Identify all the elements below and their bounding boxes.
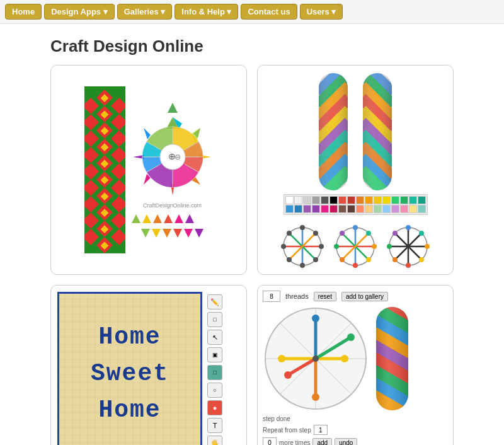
repeat-row: Repeat from step bbox=[263, 425, 357, 435]
card-rope-designer[interactable] bbox=[257, 65, 454, 275]
svg-point-109 bbox=[340, 231, 345, 236]
svg-rect-198 bbox=[376, 307, 408, 410]
oval-tool[interactable]: ○ bbox=[207, 383, 222, 398]
reset-button[interactable]: reset bbox=[314, 292, 336, 301]
cross-stitch-area: Home Sweet Home bbox=[57, 292, 202, 445]
svg-point-110 bbox=[366, 257, 371, 262]
svg-point-97 bbox=[313, 257, 318, 262]
card-cross-stitch[interactable]: Home Sweet Home ✏️ □ ↖ ▣ □ ○ ● T 🖐 bbox=[50, 285, 247, 445]
svg-point-125 bbox=[392, 257, 398, 262]
svg-point-121 bbox=[425, 244, 430, 249]
kumihimo-controls-top: threads reset add to gallery bbox=[263, 291, 388, 302]
circle-diagrams bbox=[281, 225, 430, 268]
fill-tool[interactable]: ▣ bbox=[207, 347, 222, 362]
rope-strand-2-svg bbox=[362, 72, 393, 192]
nav-galleries[interactable]: Galleries ▾ bbox=[117, 4, 173, 20]
nav-home[interactable]: Home bbox=[5, 4, 42, 20]
svg-point-96 bbox=[287, 231, 292, 236]
svg-point-186 bbox=[312, 355, 319, 362]
card-kumihimo[interactable]: threads reset add to gallery bbox=[257, 285, 454, 445]
kumihimo-bottom-controls: step done Repeat from step more times ad… bbox=[263, 415, 357, 445]
svg-point-99 bbox=[287, 257, 292, 262]
bracelet-preview: ⊕ ⊖ CraftDesignOnline.com bbox=[84, 86, 214, 253]
rope-color-palette[interactable] bbox=[284, 194, 428, 215]
svg-point-98 bbox=[313, 231, 318, 236]
svg-point-123 bbox=[419, 257, 424, 262]
svg-point-95 bbox=[319, 244, 324, 249]
kumihimo-disk-svg bbox=[263, 306, 369, 412]
cross-stitch-svg: Home Sweet Home bbox=[57, 292, 202, 445]
arrow-up-icon bbox=[168, 103, 178, 113]
repeat-from-step-input[interactable] bbox=[314, 425, 328, 435]
bottom-arrows bbox=[141, 229, 203, 238]
color-picker[interactable]: ● bbox=[207, 400, 222, 415]
svg-point-181 bbox=[278, 355, 285, 362]
color-wheel-svg: ⊕ ⊖ bbox=[132, 116, 214, 198]
circle-diagram-1 bbox=[281, 225, 324, 268]
step-done-label: step done bbox=[263, 415, 357, 422]
svg-point-180 bbox=[312, 315, 319, 322]
move-tool[interactable]: ↖ bbox=[207, 330, 222, 345]
svg-point-120 bbox=[387, 244, 392, 249]
more-times-label: more times bbox=[279, 439, 310, 446]
svg-text:Home: Home bbox=[98, 396, 161, 424]
svg-text:⊖: ⊖ bbox=[175, 153, 181, 161]
tools-sidebar: ✏️ □ ↖ ▣ □ ○ ● T 🖐 bbox=[207, 292, 222, 445]
kumihimo-rope-svg bbox=[375, 306, 410, 412]
svg-point-107 bbox=[334, 244, 339, 249]
more-times-input[interactable] bbox=[263, 437, 277, 445]
nav-users[interactable]: Users ▾ bbox=[300, 4, 343, 20]
rope-preview bbox=[318, 72, 393, 185]
svg-point-185 bbox=[312, 393, 319, 401]
svg-point-118 bbox=[406, 225, 411, 230]
svg-point-124 bbox=[419, 231, 424, 236]
svg-point-105 bbox=[353, 225, 358, 230]
hand-tool[interactable]: 🖐 bbox=[207, 436, 222, 445]
svg-text:Sweet: Sweet bbox=[91, 360, 169, 387]
svg-point-119 bbox=[406, 263, 411, 268]
undo-button[interactable]: undo bbox=[335, 438, 357, 446]
svg-point-108 bbox=[372, 244, 377, 249]
nav-design-apps[interactable]: Design Apps ▾ bbox=[44, 4, 115, 20]
svg-point-112 bbox=[340, 257, 345, 262]
more-times-row: more times add undo bbox=[263, 437, 357, 445]
svg-text:Home: Home bbox=[98, 323, 161, 350]
color-wheel-container: ⊕ ⊖ CraftDesignOnline.com bbox=[132, 103, 214, 238]
svg-point-184 bbox=[347, 333, 355, 341]
site-label: CraftDesignOnline.com bbox=[143, 202, 202, 209]
circle-diagram-3 bbox=[387, 225, 430, 268]
svg-point-92 bbox=[300, 225, 305, 230]
bracelet-strip-container bbox=[84, 86, 125, 253]
repeat-label: Repeat from step bbox=[263, 427, 311, 434]
threads-input[interactable] bbox=[263, 291, 280, 302]
circle-diagram-2 bbox=[334, 225, 377, 268]
arrow-row bbox=[132, 214, 194, 223]
add-to-gallery-button[interactable]: add to gallery bbox=[341, 292, 388, 301]
kumihimo-main-area bbox=[263, 306, 410, 412]
nav-info-help[interactable]: Info & Help ▾ bbox=[175, 4, 238, 20]
rope-strand-1-svg bbox=[318, 72, 349, 192]
rope-palette-section bbox=[284, 194, 428, 215]
card-friendship-bracelet[interactable]: ⊕ ⊖ CraftDesignOnline.com bbox=[50, 65, 247, 275]
rect-tool[interactable]: □ bbox=[207, 365, 222, 380]
svg-point-106 bbox=[353, 263, 358, 268]
card-grid: ⊕ ⊖ CraftDesignOnline.com bbox=[0, 65, 504, 445]
svg-point-183 bbox=[284, 371, 292, 379]
color-wheel-wrapper: ⊕ ⊖ bbox=[132, 116, 214, 198]
main-nav: Home Design Apps ▾ Galleries ▾ Info & He… bbox=[0, 0, 504, 24]
svg-rect-86 bbox=[363, 73, 392, 190]
add-repeat-button[interactable]: add bbox=[312, 438, 332, 446]
page-title: Craft Design Online bbox=[0, 24, 504, 65]
svg-point-94 bbox=[281, 244, 286, 249]
svg-rect-73 bbox=[319, 73, 348, 190]
svg-point-111 bbox=[366, 231, 371, 236]
kumihimo-disk bbox=[263, 306, 369, 412]
text-tool[interactable]: T bbox=[207, 418, 222, 433]
svg-point-182 bbox=[341, 355, 348, 362]
svg-point-122 bbox=[392, 231, 398, 236]
svg-point-93 bbox=[300, 263, 305, 268]
pencil-tool[interactable]: ✏️ bbox=[207, 294, 222, 309]
threads-label: threads bbox=[285, 292, 309, 300]
nav-contact-us[interactable]: Contact us bbox=[241, 4, 297, 20]
eraser-tool[interactable]: □ bbox=[207, 312, 222, 327]
